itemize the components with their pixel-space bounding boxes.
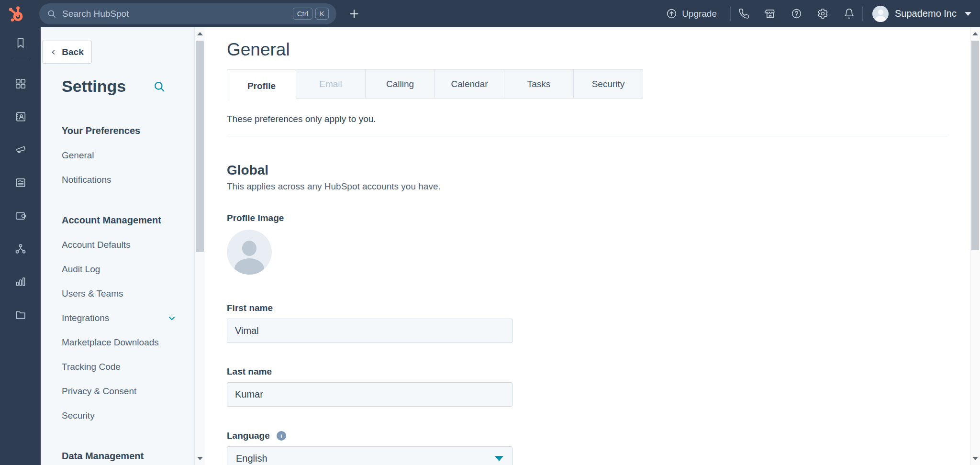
profile-image-label: Profile Image xyxy=(227,212,970,224)
sidebar-item-reporting[interactable] xyxy=(14,276,27,288)
rail-divider xyxy=(12,60,29,60)
info-icon[interactable]: i xyxy=(277,431,286,441)
sidebar-item-account-defaults[interactable]: Account Defaults xyxy=(62,232,176,257)
tab-calling[interactable]: Calling xyxy=(366,69,435,99)
tab-bar: Profile Email Calling Calendar Tasks Sec… xyxy=(227,69,970,102)
sidebar-item-content[interactable] xyxy=(14,177,27,189)
search-icon xyxy=(47,9,56,19)
sidebar-item-integrations[interactable]: Integrations xyxy=(62,306,176,330)
scroll-down-arrow[interactable] xyxy=(972,457,978,460)
settings-search-icon[interactable] xyxy=(153,80,166,93)
settings-title-row: Settings xyxy=(41,77,205,96)
language-label-row: Language i xyxy=(227,430,970,442)
back-button[interactable]: Back xyxy=(42,41,92,64)
sidebar-item-workspaces[interactable] xyxy=(14,78,27,90)
shortcut-key-ctrl: Ctrl xyxy=(293,8,312,20)
sidebar-item-commerce[interactable] xyxy=(14,210,27,222)
sidebar-item-tracking-code[interactable]: Tracking Code xyxy=(62,354,176,379)
settings-button[interactable] xyxy=(810,4,836,23)
settings-title: Settings xyxy=(62,77,126,96)
notifications-bell-icon xyxy=(844,8,855,19)
navbar-right-cluster: Upgrade xyxy=(666,4,971,23)
settings-sidebar: Back Settings Your Preferences General N… xyxy=(41,27,205,465)
caret-down-icon xyxy=(965,12,971,16)
hubspot-sprocket-icon xyxy=(7,4,26,23)
sidebar-item-security[interactable]: Security xyxy=(62,403,176,428)
sidebar-item-users-teams[interactable]: Users & Teams xyxy=(62,281,176,306)
global-search-input[interactable]: Search HubSpot Ctrl K xyxy=(39,3,336,24)
sidebar-scrollbar-thumb[interactable] xyxy=(196,41,204,252)
commerce-wallet-icon xyxy=(14,210,27,222)
help-button[interactable] xyxy=(783,4,810,23)
sidebar-item-bookmarks[interactable] xyxy=(14,37,27,49)
hubspot-settings-app: Search HubSpot Ctrl K Upgrade xyxy=(0,0,980,465)
group-title-your-preferences: Your Preferences xyxy=(62,125,176,136)
notifications-button[interactable] xyxy=(836,4,862,23)
tab-profile[interactable]: Profile xyxy=(227,69,296,102)
account-menu[interactable]: Supademo Inc xyxy=(872,6,971,22)
upgrade-button[interactable]: Upgrade xyxy=(666,8,717,19)
global-section-heading: Global xyxy=(227,162,970,178)
contacts-icon xyxy=(14,111,27,123)
files-folder-icon xyxy=(14,309,27,321)
tab-email[interactable]: Email xyxy=(296,69,366,99)
chevron-down-icon xyxy=(167,314,176,322)
page-title: General xyxy=(227,40,970,59)
tab-security[interactable]: Security xyxy=(574,69,643,99)
group-title-data-management: Data Management xyxy=(62,450,176,462)
sidebar-scrollbar[interactable] xyxy=(194,27,205,465)
group-title-account-management: Account Management xyxy=(62,214,176,226)
chevron-left-icon xyxy=(50,49,57,55)
marketplace-icon xyxy=(765,8,776,19)
calling-button[interactable] xyxy=(731,4,757,23)
sidebar-item-marketing[interactable] xyxy=(14,144,27,156)
account-avatar xyxy=(872,6,889,22)
marketplace-button[interactable] xyxy=(757,4,783,23)
profile-image-avatar[interactable] xyxy=(227,230,272,275)
create-new-button[interactable] xyxy=(347,7,361,21)
back-label: Back xyxy=(62,47,83,57)
help-icon xyxy=(791,8,802,19)
plus-icon xyxy=(348,8,360,20)
hubspot-logo[interactable] xyxy=(6,3,28,25)
sidebar-item-automations[interactable] xyxy=(14,243,27,255)
sidebar-item-audit-log[interactable]: Audit Log xyxy=(62,257,176,281)
last-name-field[interactable] xyxy=(227,382,512,407)
global-section-description: This applies across any HubSpot accounts… xyxy=(227,181,970,192)
page-scrollbar[interactable] xyxy=(970,27,980,465)
sidebar-item-privacy-consent[interactable]: Privacy & Consent xyxy=(62,379,176,403)
automations-icon xyxy=(14,243,27,255)
phone-icon xyxy=(738,8,749,19)
account-name: Supademo Inc xyxy=(895,8,957,19)
sidebar-item-notifications[interactable]: Notifications xyxy=(62,167,176,192)
workspace-grid-icon xyxy=(14,78,27,90)
page-scrollbar-thumb[interactable] xyxy=(971,41,979,250)
scroll-up-arrow[interactable] xyxy=(972,32,978,35)
marketing-megaphone-icon xyxy=(14,144,27,156)
first-name-label: First name xyxy=(227,302,970,314)
sidebar-item-contacts[interactable] xyxy=(14,111,27,123)
first-name-field[interactable] xyxy=(227,319,512,343)
content-icon xyxy=(14,177,27,189)
language-label: Language xyxy=(227,430,270,442)
upgrade-label: Upgrade xyxy=(682,9,717,19)
sidebar-item-marketplace-downloads[interactable]: Marketplace Downloads xyxy=(62,330,176,354)
last-name-label: Last name xyxy=(227,366,970,377)
settings-gear-icon xyxy=(817,8,828,19)
scroll-up-arrow[interactable] xyxy=(197,32,203,35)
select-caret-icon xyxy=(495,456,503,461)
language-select[interactable]: English xyxy=(227,446,512,465)
bookmarks-icon xyxy=(14,37,27,49)
upgrade-icon xyxy=(666,8,677,19)
navbar-divider xyxy=(862,7,863,21)
tab-calendar[interactable]: Calendar xyxy=(435,69,504,99)
language-selected-value: English xyxy=(236,453,267,464)
sidebar-item-general[interactable]: General xyxy=(62,143,176,167)
sidebar-item-files[interactable] xyxy=(14,309,27,321)
tab-tasks[interactable]: Tasks xyxy=(504,69,574,99)
scroll-down-arrow[interactable] xyxy=(197,457,203,460)
reporting-chart-icon xyxy=(14,276,27,288)
main-content: General Profile Email Calling Calendar T… xyxy=(205,27,970,465)
left-nav-rail xyxy=(0,27,41,465)
section-divider xyxy=(227,136,948,136)
